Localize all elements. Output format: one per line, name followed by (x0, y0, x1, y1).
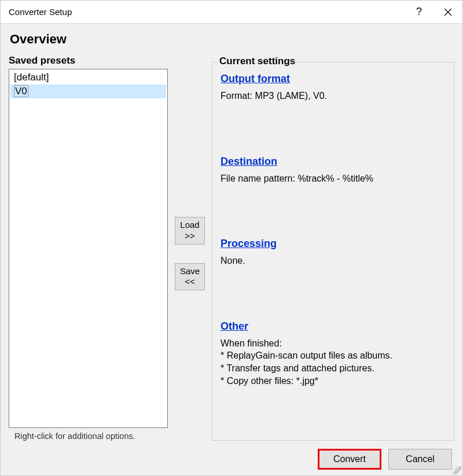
saved-presets-panel: Saved presets [default] V0 Right-click f… (9, 55, 168, 441)
load-save-column: Load >> Save << (172, 55, 207, 441)
titlebar-controls: ? (405, 1, 462, 23)
window-title: Converter Setup (9, 7, 72, 17)
other-link[interactable]: Other (221, 320, 248, 333)
load-preset-button[interactable]: Load >> (175, 217, 205, 245)
list-item-label: [default] (14, 72, 49, 83)
close-button[interactable] (433, 1, 462, 23)
resize-grip-icon[interactable] (453, 466, 461, 474)
output-format-link[interactable]: Output format (221, 73, 290, 85)
other-section: Other When finished: * ReplayGain-scan o… (221, 320, 446, 387)
saved-presets-listbox[interactable]: [default] V0 (9, 69, 168, 428)
list-item[interactable]: V0 (10, 84, 166, 98)
destination-link[interactable]: Destination (221, 156, 277, 168)
convert-button[interactable]: Convert (318, 449, 381, 470)
titlebar: Converter Setup ? (1, 1, 462, 24)
other-text: When finished: * ReplayGain-scan output … (221, 337, 446, 387)
help-icon: ? (416, 6, 422, 18)
processing-value: None. (221, 254, 446, 267)
other-line: When finished: (221, 337, 446, 350)
cancel-button[interactable]: Cancel (388, 449, 452, 470)
chevron-right-icon: >> (175, 231, 204, 242)
current-settings-fieldset: Current settings Output format Format: M… (212, 62, 454, 441)
list-item[interactable]: [default] (10, 71, 166, 84)
output-format-section: Output format Format: MP3 (LAME), V0. (221, 73, 446, 102)
output-format-value: Format: MP3 (LAME), V0. (221, 90, 446, 102)
destination-section: Destination File name pattern: %track% -… (221, 156, 446, 185)
processing-section: Processing None. (221, 238, 446, 267)
destination-value: File name pattern: %track% - %title% (221, 172, 446, 185)
other-line: * Copy other files: *.jpg* (221, 375, 446, 388)
dialog-body: Overview Saved presets [default] V0 Righ… (1, 24, 462, 475)
saved-presets-heading: Saved presets (9, 55, 168, 67)
save-preset-button[interactable]: Save << (175, 263, 205, 291)
close-icon (444, 8, 452, 16)
other-line: * Transfer tags and attached pictures. (221, 362, 446, 375)
current-settings-panel: Current settings Output format Format: M… (212, 55, 454, 441)
current-settings-heading: Current settings (217, 56, 297, 67)
dialog-button-row: Convert Cancel (9, 441, 454, 470)
save-button-line1: Save (175, 266, 204, 277)
list-item-label: V0 (14, 85, 28, 97)
processing-link[interactable]: Processing (221, 238, 277, 250)
load-button-line1: Load (175, 220, 204, 231)
converter-setup-dialog: Converter Setup ? Overview Saved presets… (0, 0, 463, 476)
page-title: Overview (10, 32, 454, 47)
main-columns: Saved presets [default] V0 Right-click f… (9, 55, 454, 441)
chevron-left-icon: << (175, 276, 204, 287)
presets-hint: Right-click for additional options. (9, 431, 168, 441)
other-line: * ReplayGain-scan output files as albums… (221, 349, 446, 362)
help-button[interactable]: ? (405, 1, 433, 23)
